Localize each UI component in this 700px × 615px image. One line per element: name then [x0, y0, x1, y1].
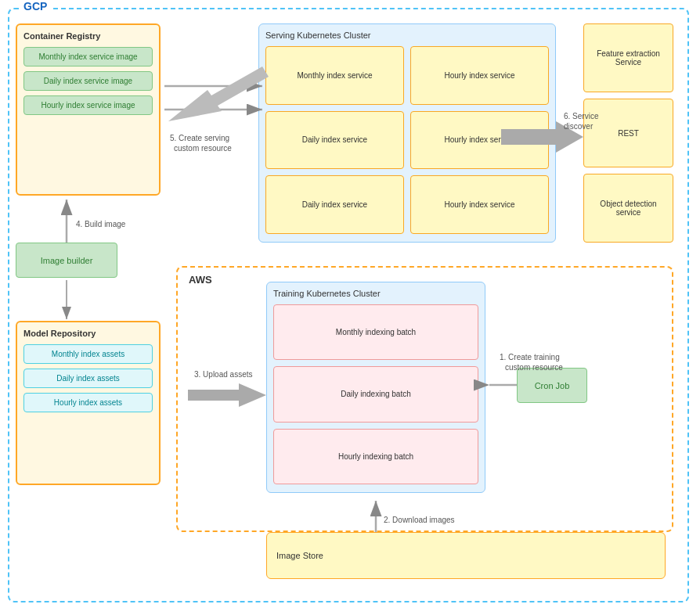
monthly-index-service-image: Monthly index service image	[23, 47, 153, 67]
image-store-label: Image Store	[276, 551, 323, 560]
batch-grid: Monthly indexing batch Daily indexing ba…	[273, 304, 478, 484]
monthly-indexing-batch: Monthly indexing batch	[273, 304, 478, 360]
aws-label: AWS	[189, 274, 212, 286]
service-grid: Monthly index service Hourly index servi…	[265, 46, 549, 234]
object-detection-box: Object detection service	[583, 174, 673, 243]
image-store: Image Store	[266, 532, 666, 579]
container-registry-label: Container Registry	[23, 31, 153, 41]
hourly-indexing-batch: Hourly indexing batch	[273, 429, 478, 484]
training-cluster-label: Training Kubernetes Cluster	[273, 289, 478, 298]
service-box-1: Hourly index service	[410, 46, 549, 105]
service-box-5: Hourly index service	[410, 175, 549, 234]
feature-extraction-box: Feature extraction Service	[583, 23, 673, 92]
cron-job: Cron Job	[517, 368, 587, 403]
serving-cluster: Serving Kubernetes Cluster Monthly index…	[258, 23, 556, 243]
image-builder-label: Image builder	[41, 256, 93, 265]
service-box-3: Hourly index service	[410, 111, 549, 170]
daily-index-assets: Daily index assets	[23, 369, 153, 388]
hourly-index-assets: Hourly index assets	[23, 393, 153, 412]
right-panel: Feature extraction Service REST Object d…	[583, 23, 673, 243]
model-repository: Model Repository Monthly index assets Da…	[16, 321, 161, 485]
hourly-index-service-image: Hourly index service image	[23, 95, 153, 115]
cron-job-label: Cron Job	[535, 381, 570, 390]
daily-index-service-image: Daily index service image	[23, 71, 153, 91]
service-box-4: Daily index service	[265, 175, 404, 234]
container-registry: Container Registry Monthly index service…	[16, 23, 161, 196]
rest-box: REST	[583, 99, 673, 167]
training-cluster: Training Kubernetes Cluster Monthly inde…	[266, 282, 485, 493]
gcp-label: GCP	[20, 0, 50, 13]
service-box-0: Monthly index service	[265, 46, 404, 105]
serving-cluster-label: Serving Kubernetes Cluster	[265, 31, 549, 40]
service-box-2: Daily index service	[265, 111, 404, 170]
main-wrapper: GCP Container Registry Monthly index ser…	[0, 0, 700, 615]
monthly-index-assets: Monthly index assets	[23, 344, 153, 364]
image-builder: Image builder	[16, 243, 117, 278]
model-repository-label: Model Repository	[23, 329, 153, 338]
daily-indexing-batch: Daily indexing batch	[273, 366, 478, 422]
